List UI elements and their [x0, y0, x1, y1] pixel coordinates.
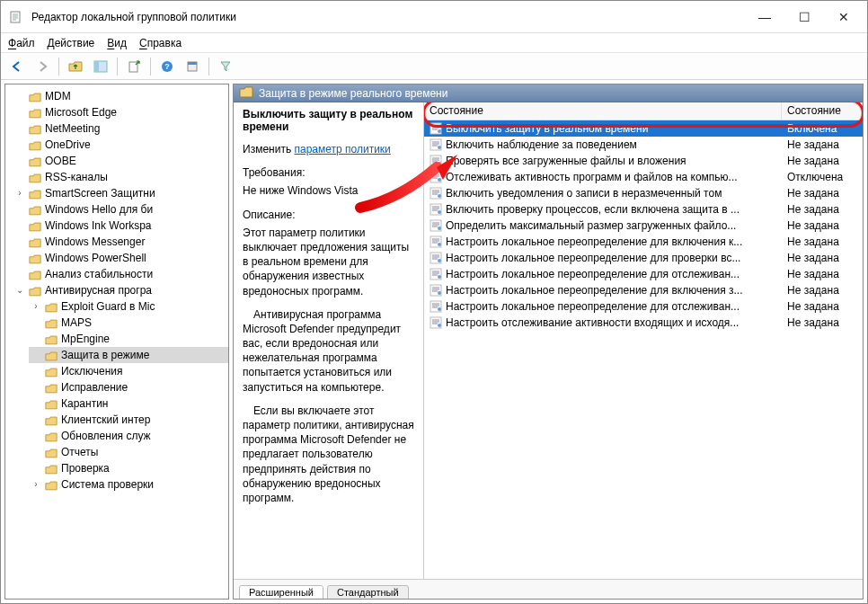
minimize-button[interactable]: — — [745, 4, 784, 31]
svg-rect-2 — [94, 61, 99, 72]
tree-item-label: OOBE — [45, 153, 76, 169]
setting-row[interactable]: Настроить локальное переопределение для … — [424, 298, 863, 315]
folder-icon — [29, 107, 41, 118]
tree-item[interactable]: ›Exploit Guard в Miс — [29, 298, 228, 315]
tree-item[interactable]: ›Windows Hello для би — [13, 201, 228, 218]
tree-item[interactable]: ›OneDrive — [13, 137, 228, 153]
setting-state-cell: Включена — [782, 122, 863, 135]
tree-item-label: Исключения — [61, 363, 123, 379]
svg-point-17 — [438, 194, 441, 198]
tree-item-label: Клиентский интер — [61, 412, 150, 428]
content-header: Защита в режиме реального времени — [234, 84, 863, 102]
tree-item-label: Microsoft Edge — [45, 104, 117, 120]
menu-help[interactable]: Справка — [139, 37, 182, 49]
edit-policy-link[interactable]: параметр политики — [294, 143, 390, 155]
tree-item[interactable]: ›MDM — [13, 88, 228, 104]
folder-icon — [29, 172, 41, 182]
tree-item[interactable]: ›Карантин — [29, 395, 228, 412]
maximize-button[interactable]: ☐ — [784, 4, 824, 31]
setting-name-cell: Определить максимальный размер загруженн… — [424, 219, 782, 232]
tree-item[interactable]: ›Отчеты — [29, 444, 228, 460]
setting-row[interactable]: Отслеживать активность программ и файлов… — [424, 169, 863, 185]
setting-state-cell: Не задана — [782, 203, 863, 216]
content-body: Выключить защиту в реальном времени Изме… — [234, 102, 863, 579]
menu-action[interactable]: Действие — [48, 37, 95, 49]
properties-button[interactable] — [182, 56, 203, 77]
tree-item[interactable]: ›Проверка — [29, 460, 228, 476]
setting-row[interactable]: Настроить отслеживание активности входящ… — [424, 315, 863, 331]
setting-row[interactable]: Настроить локальное переопределение для … — [424, 250, 863, 266]
svg-point-9 — [438, 129, 441, 133]
tree-item[interactable]: ›Windows PowerShell — [13, 250, 228, 266]
toolbar-separator — [208, 58, 209, 76]
svg-point-11 — [438, 146, 441, 149]
tab-standard[interactable]: Стандартный — [327, 585, 409, 600]
folder-icon — [29, 188, 41, 199]
tree-pane[interactable]: ›MDM›Microsoft Edge›NetMeeting›OneDrive›… — [4, 84, 229, 600]
tabs: Расширенный Стандартный — [234, 579, 863, 599]
svg-point-33 — [438, 324, 441, 327]
menu-view[interactable]: Вид — [107, 37, 127, 49]
setting-name-cell: Настроить локальное переопределение для … — [424, 284, 782, 297]
tree-item-label: Защита в режиме — [61, 347, 149, 363]
caret-down-icon[interactable]: ⌄ — [14, 282, 25, 298]
tree-item[interactable]: ›Исключения — [29, 363, 228, 379]
caret-right-icon[interactable]: › — [31, 298, 41, 315]
up-folder-button[interactable] — [65, 56, 86, 77]
folder-icon — [29, 204, 41, 215]
caret-right-icon[interactable]: › — [14, 185, 25, 201]
tree-item[interactable]: ›Windows Ink Workspa — [13, 218, 228, 234]
setting-row[interactable]: Настроить локальное переопределение для … — [424, 282, 863, 298]
tree-item[interactable]: ›Обновления служ — [29, 428, 228, 444]
setting-state-cell: Не задана — [782, 187, 863, 200]
help-button[interactable]: ? — [156, 56, 178, 77]
show-hide-tree-button[interactable] — [90, 56, 111, 77]
tree-item[interactable]: ›RSS-каналы — [13, 169, 228, 185]
tree-item-label: Антивирусная програ — [45, 282, 152, 298]
tree-item-label: RSS-каналы — [45, 169, 108, 185]
tree-item[interactable]: ›Windows Messenger — [13, 234, 228, 250]
setting-name-cell: Настроить локальное переопределение для … — [424, 235, 782, 248]
toolbar-separator — [117, 58, 118, 76]
tree-item[interactable]: ›MAPS — [29, 315, 228, 331]
setting-row[interactable]: Выключить защиту в реальном времениВключ… — [424, 120, 863, 137]
setting-row[interactable]: Определить максимальный размер загруженн… — [424, 218, 863, 234]
tree-item[interactable]: ›SmartScreen Защитни — [13, 185, 228, 201]
setting-row[interactable]: Проверять все загруженные файлы и вложен… — [424, 153, 863, 169]
tree-item[interactable]: ›Microsoft Edge — [13, 104, 228, 120]
menu-file[interactable]: Файл — [8, 37, 35, 49]
setting-row[interactable]: Включить проверку процессов, если включе… — [424, 201, 863, 218]
setting-row[interactable]: Включить уведомления о записи в неразмеч… — [424, 185, 863, 201]
policy-icon — [430, 252, 442, 264]
tree-item-label: OneDrive — [45, 137, 91, 153]
tree-item[interactable]: ›Исправление — [29, 379, 228, 395]
setting-name-cell: Настроить локальное переопределение для … — [424, 300, 782, 313]
tree-item[interactable]: ›MpEngine — [29, 331, 228, 347]
list-rows[interactable]: Выключить защиту в реальном времениВключ… — [424, 120, 863, 579]
tree-item[interactable]: ›Анализ стабильности — [13, 266, 228, 282]
export-button[interactable] — [123, 56, 145, 77]
requirements-text: Не ниже Windows Vista — [243, 183, 414, 198]
tree-item-label: Windows Ink Workspa — [45, 218, 151, 234]
tree-item[interactable]: ›Защита в режиме — [29, 347, 228, 363]
setting-row[interactable]: Настроить локальное переопределение для … — [424, 266, 863, 282]
tree-item-label: SmartScreen Защитни — [45, 185, 155, 201]
close-button[interactable]: ✕ — [824, 4, 864, 31]
caret-right-icon[interactable]: › — [31, 476, 41, 493]
tree-item[interactable]: ›Система проверки — [29, 476, 228, 493]
setting-row[interactable]: Включить наблюдение за поведениемНе зада… — [424, 137, 863, 153]
tree-item[interactable]: ›NetMeeting — [13, 120, 228, 137]
svg-point-25 — [438, 259, 441, 262]
forward-button[interactable] — [31, 56, 53, 77]
tree-item[interactable]: ⌄Антивирусная програ — [13, 282, 228, 298]
filter-button[interactable] — [215, 56, 236, 77]
tree-item[interactable]: ›OOBE — [13, 153, 228, 169]
tab-extended[interactable]: Расширенный — [239, 585, 323, 600]
setting-row[interactable]: Настроить локальное переопределение для … — [424, 234, 863, 250]
tree-item[interactable]: ›Клиентский интер — [29, 412, 228, 428]
column-state[interactable]: Состояние — [782, 102, 863, 120]
svg-point-19 — [438, 210, 441, 214]
back-button[interactable] — [6, 56, 28, 77]
column-name[interactable]: Состояние — [424, 102, 782, 120]
folder-icon — [29, 220, 41, 231]
